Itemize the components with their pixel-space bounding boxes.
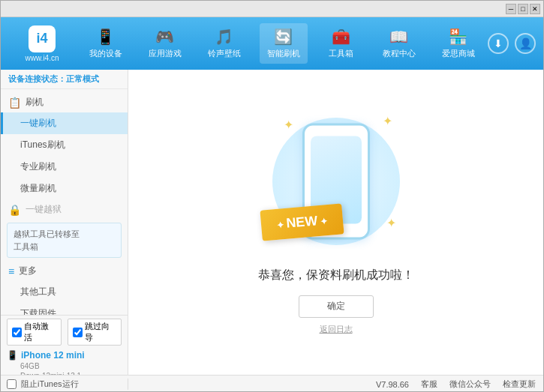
connection-status: 设备连接状态：正常模式: [1, 70, 128, 89]
apps-games-icon: 🎮: [155, 28, 174, 46]
jailbreak-section-icon: 🔒: [8, 204, 21, 216]
nav-item-ringtones[interactable]: 🎵 铃声壁纸: [200, 23, 248, 64]
success-title: 恭喜您，保资料刷机成功啦！: [258, 268, 414, 283]
download-button[interactable]: ⬇: [488, 33, 509, 54]
logo-icon-text: i4: [36, 31, 47, 46]
logo: i4 www.i4.cn: [8, 25, 76, 62]
sidebar-layout: 设备连接状态：正常模式 📋 刷机 一键刷机 iTunes刷机 专业刷机 微量刷机…: [1, 70, 128, 375]
apps-games-label: 应用游戏: [149, 48, 182, 59]
ringtones-icon: 🎵: [215, 28, 233, 46]
my-device-label: 我的设备: [89, 48, 122, 59]
checkbox-row: 自动激活 跳过向导: [7, 319, 122, 346]
sidebar-item-one-click-flash[interactable]: 一键刷机: [1, 112, 128, 134]
footer-left: 阻止iTunes运行: [1, 379, 128, 390]
sidebar-item-other-tools[interactable]: 其他工具: [1, 281, 128, 303]
header: i4 www.i4.cn 📱 我的设备 🎮 应用游戏 🎵 铃声壁纸: [1, 17, 543, 70]
more-section-label: 更多: [19, 265, 37, 277]
sidebar-item-pro-flash[interactable]: 专业刷机: [1, 156, 128, 178]
ringtones-label: 铃声壁纸: [208, 48, 241, 59]
device-phone-icon: 📱: [7, 350, 18, 361]
back-log-link[interactable]: 返回日志: [320, 324, 353, 335]
sidebar-bottom-strip: 自动激活 跳过向导 📱 iPhone 12 mini 64GB Down-12m…: [1, 315, 128, 375]
nav-item-tutorial[interactable]: 📖 教程中心: [375, 23, 423, 64]
skip-guide-label: 跳过向导: [85, 321, 117, 343]
app-window: ─ □ ✕ i4 www.i4.cn 📱 我的设备 🎮 应用游戏: [0, 0, 544, 392]
nav-item-fan-city[interactable]: 🏪 爱思商城: [434, 23, 482, 64]
section-flash[interactable]: 📋 刷机: [1, 92, 128, 112]
window-controls: ─ □ ✕: [506, 4, 540, 14]
user-button[interactable]: 👤: [515, 33, 536, 54]
device-name-text: iPhone 12 mini: [21, 350, 85, 361]
stop-itunes-label: 阻止iTunes运行: [21, 379, 79, 390]
nav-items: 📱 我的设备 🎮 应用游戏 🎵 铃声壁纸 🔄 智能刷机 🧰 工具箱: [76, 23, 488, 64]
status-label: 设备连接状态：: [8, 74, 66, 83]
check-update-link[interactable]: 检查更新: [503, 379, 536, 390]
main-content: NEW ✦ ✦ ✦ 恭喜您，保资料刷机成功啦！ 确定 返回日志: [128, 70, 543, 375]
nav-item-toolbox[interactable]: 🧰 工具箱: [319, 23, 364, 64]
smart-flash-icon: 🔄: [274, 28, 293, 46]
success-illustration: NEW ✦ ✦ ✦: [269, 110, 404, 253]
logo-icon: i4: [29, 25, 56, 52]
flash-section-label: 刷机: [26, 96, 44, 109]
section-more[interactable]: ≡ 更多: [1, 261, 128, 281]
sparkle-icon-1: ✦: [284, 118, 293, 132]
skip-guide-checkbox[interactable]: [73, 328, 83, 337]
device-name-area: 📱 iPhone 12 mini: [7, 350, 122, 361]
nav-item-my-device[interactable]: 📱 我的设备: [82, 23, 130, 64]
jailbreak-section-label: 一键越狱: [26, 203, 62, 216]
section-jailbreak[interactable]: 🔒 一键越狱: [1, 199, 128, 220]
confirm-button[interactable]: 确定: [299, 295, 374, 318]
skip-guide-checkbox-label[interactable]: 跳过向导: [68, 319, 122, 346]
more-section-icon: ≡: [8, 265, 14, 277]
new-badge: NEW: [260, 203, 344, 241]
title-bar: ─ □ ✕: [1, 1, 543, 17]
toolbox-icon: 🧰: [332, 28, 350, 46]
jailbreak-info-text: 越狱工具已转移至工具箱: [14, 229, 80, 251]
sparkle-icon-2: ✦: [383, 114, 392, 128]
auto-connect-checkbox-label[interactable]: 自动激活: [7, 319, 62, 346]
minimize-button[interactable]: ─: [506, 4, 516, 14]
body-layout: i4 www.i4.cn 📱 我的设备 🎮 应用游戏 🎵 铃声壁纸: [1, 17, 543, 392]
sidebar-scroll: 设备连接状态：正常模式 📋 刷机 一键刷机 iTunes刷机 专业刷机 微量刷机…: [1, 70, 128, 315]
fan-city-icon: 🏪: [449, 28, 467, 46]
auto-connect-label: 自动激活: [24, 321, 56, 343]
maximize-button[interactable]: □: [518, 4, 528, 14]
download-icon: ⬇: [494, 37, 503, 49]
sparkle-icon-3: ✦: [386, 216, 396, 230]
close-button[interactable]: ✕: [530, 4, 540, 14]
tutorial-icon: 📖: [389, 28, 408, 46]
my-device-icon: 📱: [96, 28, 115, 46]
stop-itunes-checkbox[interactable]: [7, 379, 17, 389]
device-storage: 64GB: [7, 362, 122, 370]
sidebar-item-itunes-flash[interactable]: iTunes刷机: [1, 134, 128, 156]
footer-right: V7.98.66 客服 微信公众号 检查更新: [128, 379, 543, 390]
flash-section-icon: 📋: [8, 97, 21, 109]
smart-flash-label: 智能刷机: [267, 48, 300, 59]
logo-subtitle: www.i4.cn: [25, 54, 59, 62]
mid-layout: 设备连接状态：正常模式 📋 刷机 一键刷机 iTunes刷机 专业刷机 微量刷机…: [1, 70, 543, 375]
footer: 阻止iTunes运行 V7.98.66 客服 微信公众号 检查更新: [1, 375, 543, 392]
wechat-link[interactable]: 微信公众号: [449, 379, 491, 390]
tutorial-label: 教程中心: [383, 48, 416, 59]
user-icon: 👤: [519, 37, 532, 49]
version-text: V7.98.66: [376, 380, 409, 389]
header-right: ⬇ 👤: [488, 33, 536, 54]
service-link[interactable]: 客服: [421, 379, 437, 390]
fan-city-label: 爱思商城: [442, 48, 475, 59]
auto-connect-checkbox[interactable]: [12, 328, 22, 337]
nav-item-smart-flash[interactable]: 🔄 智能刷机: [260, 23, 308, 64]
status-value: 正常模式: [66, 74, 99, 83]
sidebar-item-download-firmware[interactable]: 下载固件: [1, 303, 128, 315]
nav-item-apps-games[interactable]: 🎮 应用游戏: [141, 23, 189, 64]
sidebar-item-micro-flash[interactable]: 微量刷机: [1, 178, 128, 199]
toolbox-label: 工具箱: [329, 48, 353, 59]
jailbreak-info-box: 越狱工具已转移至工具箱: [7, 223, 122, 258]
